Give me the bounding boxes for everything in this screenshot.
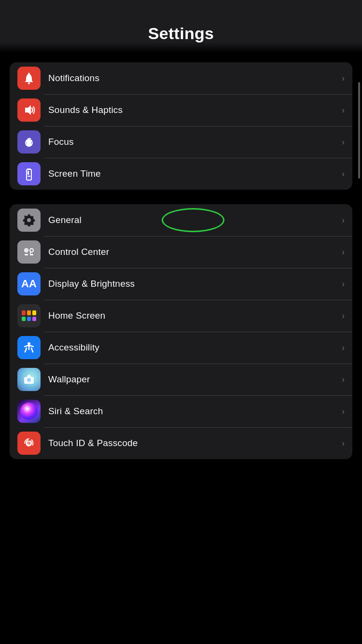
wallpaper-icon [17,368,41,391]
homescreen-label: Home Screen [48,310,338,321]
svg-rect-5 [28,171,29,175]
screentime-label: Screen Time [48,168,338,179]
siri-ball [20,403,38,420]
display-icon: AA [17,272,41,295]
sidebar-item-homescreen[interactable]: Home Screen › [10,300,352,332]
notifications-chevron: › [342,73,345,84]
general-chevron: › [342,215,345,225]
screentime-chevron: › [342,169,345,179]
sounds-label: Sounds & Haptics [48,105,338,115]
page-title: Settings [148,24,214,42]
sidebar-item-focus[interactable]: Focus › [10,126,352,158]
scrollbar [358,82,360,179]
svg-point-1 [28,73,30,74]
notifications-icon [17,67,41,90]
wallpaper-chevron: › [342,375,345,385]
homescreen-chevron: › [342,311,345,321]
settings-content: Notifications › Sounds & Haptics › [0,53,362,469]
sidebar-item-touchid[interactable]: Touch ID & Passcode › [10,427,352,459]
svg-rect-12 [30,249,33,252]
svg-rect-13 [25,254,28,255]
touchid-icon [17,432,41,455]
siri-label: Siri & Search [48,406,338,417]
settings-group-2: General › Control Center › AA [10,204,352,459]
sidebar-item-general[interactable]: General › [10,204,352,236]
siri-icon [17,400,41,423]
sounds-chevron: › [342,105,345,115]
screentime-icon [17,162,41,185]
control-center-icon [17,240,41,264]
display-label: Display & Brightness [48,279,338,289]
sidebar-item-siri[interactable]: Siri & Search › [10,395,352,427]
sidebar-item-notifications[interactable]: Notifications › [10,62,352,94]
settings-group-1: Notifications › Sounds & Haptics › [10,62,352,190]
sidebar-item-sounds[interactable]: Sounds & Haptics › [10,94,352,126]
siri-chevron: › [342,406,345,417]
svg-marker-2 [25,105,31,115]
header: Settings [0,0,362,53]
sidebar-item-screentime[interactable]: Screen Time › [10,158,352,190]
accessibility-icon [17,336,41,359]
svg-point-0 [28,83,30,84]
homescreen-grid [22,310,36,321]
sidebar-item-control-center[interactable]: Control Center › [10,236,352,268]
svg-point-9 [27,218,31,222]
wallpaper-label: Wallpaper [48,374,338,385]
sidebar-item-accessibility[interactable]: Accessibility › [10,332,352,364]
svg-rect-14 [30,254,33,255]
general-icon [17,209,41,232]
accessibility-label: Accessibility [48,342,338,353]
sidebar-item-display[interactable]: AA Display & Brightness › [10,268,352,300]
general-highlight-circle [162,208,224,232]
svg-point-17 [27,378,31,382]
svg-rect-4 [27,169,31,180]
touchid-chevron: › [342,438,345,448]
accessibility-chevron: › [342,343,345,353]
svg-point-16 [28,342,30,345]
display-aa-text: AA [21,278,37,290]
focus-label: Focus [48,137,338,147]
focus-chevron: › [342,137,345,147]
sidebar-item-wallpaper[interactable]: Wallpaper › [10,364,352,395]
homescreen-icon [17,304,41,327]
focus-icon [17,130,41,154]
display-chevron: › [342,279,345,289]
svg-rect-15 [30,252,31,254]
svg-rect-6 [28,176,30,177]
control-center-chevron: › [342,247,345,257]
notifications-label: Notifications [48,73,338,84]
general-label: General [48,215,338,225]
touchid-label: Touch ID & Passcode [48,438,338,448]
control-center-label: Control Center [48,247,338,257]
svg-point-11 [26,250,28,252]
sounds-icon [17,98,41,122]
